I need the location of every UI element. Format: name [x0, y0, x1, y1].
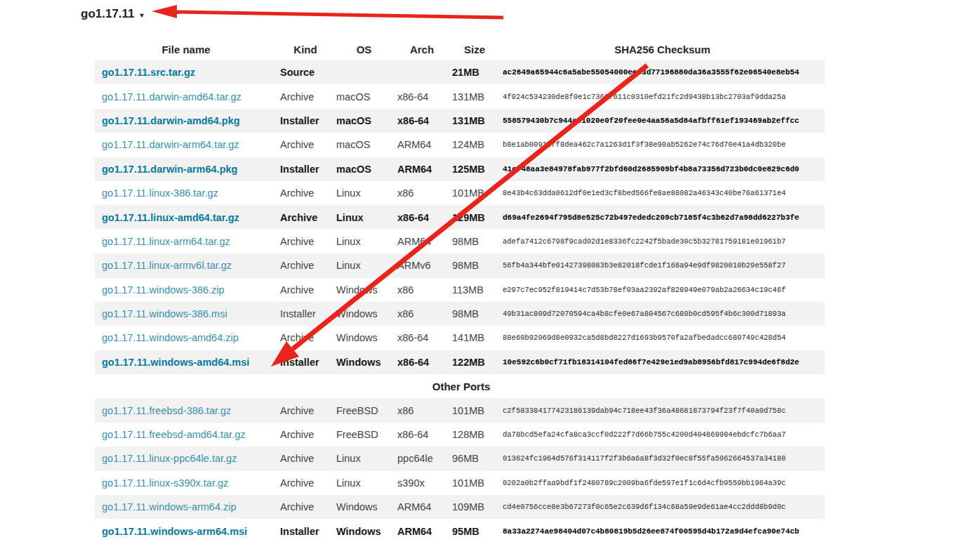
sha256-cell: adefa7412c6798f9cad02d1e8336fc2242f5bade… [500, 230, 825, 253]
os-cell: Windows [333, 302, 395, 326]
size-cell: 141MB [449, 326, 500, 350]
file-link[interactable]: go1.17.11.src.tar.gz [102, 67, 195, 78]
kind-cell: Archive [277, 230, 333, 253]
sha256-cell: 10e592c6b0cf71fb18314104fed86f7e429e1ed9… [500, 350, 825, 374]
arch-cell: x86 [395, 181, 449, 205]
file-link[interactable]: go1.17.11.linux-s390x.tar.gz [102, 477, 228, 489]
file-link[interactable]: go1.17.11.darwin-arm64.tar.gz [102, 139, 239, 150]
size-cell: 113MB [449, 278, 500, 302]
size-cell: 131MB [449, 109, 500, 133]
table-row: go1.17.11.windows-arm64.zip Archive Wind… [95, 495, 825, 519]
file-link[interactable]: go1.17.11.windows-amd64.msi [102, 357, 249, 368]
file-link[interactable]: go1.17.11.linux-386.tar.gz [102, 187, 218, 199]
annotation-arrow-version [152, 5, 503, 18]
file-link[interactable]: go1.17.11.windows-386.msi [102, 308, 227, 319]
file-link[interactable]: go1.17.11.darwin-amd64.pkg [102, 115, 240, 126]
go-downloads-page: { "version_selector": { "label": "go1.17… [0, 0, 980, 549]
arch-cell: x86-64 [395, 84, 449, 108]
os-cell: Windows [333, 495, 395, 519]
file-link[interactable]: go1.17.11.windows-386.zip [102, 284, 225, 296]
size-cell: 131MB [449, 84, 500, 108]
sha256-cell: 0202a0b2ffaa9bdf1f2480789c2009ba6fde597e… [500, 471, 825, 495]
file-link[interactable]: go1.17.11.windows-amd64.zip [102, 332, 239, 343]
os-cell: Linux [333, 181, 395, 205]
size-cell: 101MB [449, 471, 500, 495]
arch-cell: ARM64 [395, 230, 449, 253]
file-link[interactable]: go1.17.11.windows-arm64.zip [102, 501, 237, 512]
size-cell: 96MB [449, 447, 500, 470]
section-divider-row: Other Ports [95, 374, 825, 398]
col-header-os: OS [333, 38, 395, 60]
arch-cell: ARM64 [395, 157, 449, 181]
os-cell: Linux [333, 230, 395, 253]
sha256-cell: 41e748aa3e84978fab977f2bfd60d2685909bf4b… [500, 157, 825, 181]
table-row: go1.17.11.linux-ppc64le.tar.gz Archive L… [95, 447, 825, 470]
os-cell: FreeBSD [333, 423, 395, 447]
col-header-sha256: SHA256 Checksum [500, 38, 825, 60]
arch-cell: x86 [395, 398, 449, 422]
file-link[interactable]: go1.17.11.linux-armv6l.tar.gz [102, 260, 232, 271]
kind-cell: Archive [277, 133, 333, 157]
file-link[interactable]: go1.17.11.darwin-arm64.pkg [102, 164, 237, 175]
table-header-row: File name Kind OS Arch Size SHA256 Check… [95, 38, 825, 60]
size-cell: 125MB [449, 157, 500, 181]
sha256-cell: 49b31ac809d72070594ca4b8cfe0e67a804567c6… [500, 302, 825, 326]
kind-cell: Installer [277, 519, 333, 543]
col-header-arch: Arch [395, 38, 449, 60]
table-row: go1.17.11.linux-386.tar.gz Archive Linux… [95, 181, 825, 205]
file-link[interactable]: go1.17.11.freebsd-amd64.tar.gz [102, 429, 245, 440]
os-cell: Linux [333, 205, 395, 229]
table-row: go1.17.11.src.tar.gz Source 21MB ac2649a… [95, 60, 825, 84]
file-link[interactable]: go1.17.11.windows-arm64.msi [102, 526, 247, 537]
version-selector[interactable]: go1.17.11 ▾ [81, 7, 144, 21]
os-cell: macOS [333, 133, 395, 157]
kind-cell: Archive [277, 471, 333, 495]
size-cell: 95MB [449, 519, 500, 543]
size-cell: 129MB [449, 205, 500, 229]
version-label: go1.17.11 [81, 7, 135, 21]
sha256-cell: 88e60b92069d8e0932ca5d8bd8227d1693b9570f… [500, 326, 825, 350]
table-row: go1.17.11.freebsd-386.tar.gz Archive Fre… [95, 398, 825, 422]
size-cell: 109MB [449, 495, 500, 519]
table-row: go1.17.11.windows-arm64.msi Installer Wi… [95, 519, 825, 543]
sha256-cell: 8a33a2274ae98404d07c4b80819b5d26ee874f00… [500, 519, 825, 543]
file-link[interactable]: go1.17.11.darwin-amd64.tar.gz [102, 91, 241, 102]
os-cell: Windows [333, 278, 395, 302]
chevron-down-icon: ▾ [140, 10, 144, 19]
arch-cell: ppc64le [395, 447, 449, 470]
size-cell: 21MB [449, 60, 500, 84]
os-cell: macOS [333, 109, 395, 133]
table-row: go1.17.11.windows-386.msi Installer Wind… [95, 302, 825, 326]
os-cell: Linux [333, 471, 395, 495]
arch-cell: ARM64 [395, 519, 449, 543]
kind-cell: Installer [277, 157, 333, 181]
kind-cell: Archive [277, 278, 333, 302]
table-row: go1.17.11.linux-s390x.tar.gz Archive Lin… [95, 471, 825, 495]
size-cell: 101MB [449, 181, 500, 205]
file-link[interactable]: go1.17.11.freebsd-386.tar.gz [102, 405, 231, 416]
table-row: go1.17.11.freebsd-amd64.tar.gz Archive F… [95, 423, 825, 447]
table-row: go1.17.11.darwin-arm64.pkg Installer mac… [95, 157, 825, 181]
downloads-table: File name Kind OS Arch Size SHA256 Check… [95, 38, 825, 543]
os-cell: Linux [333, 447, 395, 470]
arch-cell: x86-64 [395, 423, 449, 447]
sha256-cell: cd4e0756cce8e3b67273f0c65e2c639d6f134c68… [500, 495, 825, 519]
arch-cell: x86-64 [395, 326, 449, 350]
sha256-cell: 56fb4a344bfe01427398083b3e82018fcde1f168… [500, 253, 825, 277]
arch-cell: x86-64 [395, 109, 449, 133]
sha256-cell: d69a4fe2694f795d8e525c72b497ededc209cb71… [500, 205, 825, 229]
file-link[interactable]: go1.17.11.linux-ppc64le.tar.gz [102, 453, 237, 464]
sha256-cell: 4f924c534230de8f0e1c7369f611c0310efd21fc… [500, 84, 825, 108]
table-row: go1.17.11.darwin-amd64.pkg Installer mac… [95, 109, 825, 133]
arch-cell: x86 [395, 302, 449, 326]
arch-cell: ARM64 [395, 495, 449, 519]
size-cell: 101MB [449, 398, 500, 422]
kind-cell: Archive [277, 84, 333, 108]
file-link[interactable]: go1.17.11.linux-amd64.tar.gz [102, 212, 239, 223]
os-cell: Windows [333, 326, 395, 350]
os-cell: Linux [333, 253, 395, 277]
sha256-cell: b8e1ab00912ff8dea462c7a1263d1f3f38e90ab5… [500, 133, 825, 157]
kind-cell: Archive [277, 447, 333, 470]
os-cell [333, 60, 395, 84]
file-link[interactable]: go1.17.11.linux-arm64.tar.gz [102, 236, 230, 247]
